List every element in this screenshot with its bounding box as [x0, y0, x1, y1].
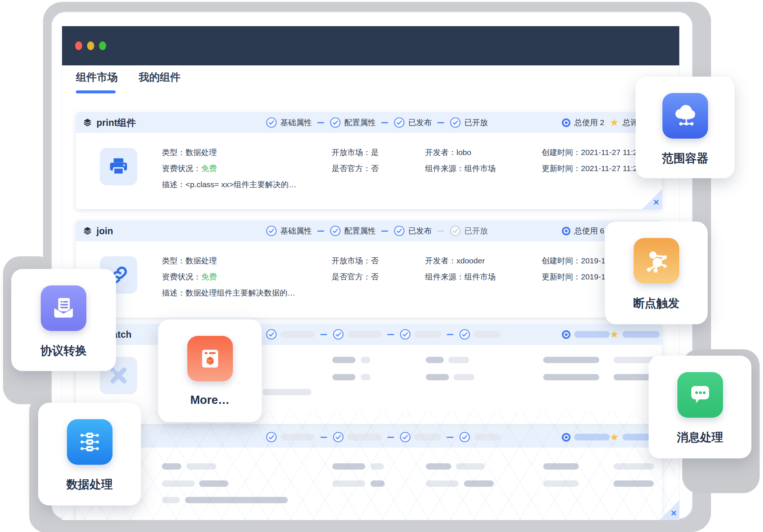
check-circle-icon [394, 225, 405, 236]
field-developer-value: xdooder [456, 256, 485, 265]
close-traffic-light[interactable] [75, 41, 82, 50]
card-title: join [96, 226, 113, 236]
field-official-value: 否 [371, 164, 379, 173]
skeleton-pill [162, 463, 181, 470]
status-steps-skeleton [266, 324, 501, 345]
floating-chip-data-processing[interactable]: 数据处理 [38, 403, 141, 505]
field-open-value: 是 [371, 148, 379, 157]
usage-badge-skeleton [562, 324, 610, 345]
skeleton-pill [332, 480, 365, 487]
usage-badge: 总使用 2 [562, 112, 604, 133]
chip-label: 范围容器 [662, 151, 708, 166]
chip-label: 断点触发 [633, 296, 680, 311]
check-circle-icon [333, 329, 344, 340]
field-fee-label: 资费状况： [162, 164, 201, 173]
skeleton-pill [622, 331, 660, 338]
skeleton-pill [543, 480, 579, 487]
field-created-label: 创建时间： [542, 148, 581, 157]
skeleton-pill [370, 463, 384, 470]
star-icon: ★ [610, 330, 619, 340]
skeleton-pill [453, 374, 474, 380]
page: 组件市场 我的组件 print组件 基础属性 [0, 0, 763, 532]
skeleton-pill [347, 331, 382, 338]
field-developer-value: lobo [456, 148, 471, 157]
status-steps: 基础属性 配置属性 已发布 已开放 [266, 112, 488, 133]
field-source-label: 组件来源： [425, 272, 464, 281]
step-published: 已发布 [408, 117, 432, 128]
floating-chip-range-container[interactable]: 范围容器 [636, 77, 735, 178]
check-circle-icon [266, 225, 277, 236]
component-card-join[interactable]: join 基础属性 配置属性 已发布 已开放 总使用 [76, 220, 662, 318]
star-icon: ★ [610, 118, 619, 128]
window-dismiss-corner[interactable]: × [659, 500, 680, 520]
step-basic-props: 基础属性 [280, 117, 312, 128]
field-type-label: 类型： [162, 256, 185, 265]
skeleton-pill [474, 331, 501, 338]
field-source-value: 组件市场 [464, 272, 496, 281]
step-config-props: 配置属性 [344, 117, 376, 128]
main-tabs: 组件市场 我的组件 [76, 70, 181, 93]
floating-chip-more[interactable]: More… [158, 319, 262, 422]
skeleton-pill [347, 434, 382, 440]
skeleton-pill [474, 434, 501, 440]
field-open-label: 开放市场： [332, 256, 371, 265]
layers-icon [83, 226, 92, 236]
skeleton-pill [574, 434, 610, 440]
component-card-skeleton[interactable]: ★ [76, 427, 662, 520]
skeleton-pill [456, 463, 485, 470]
field-fee-value: 免费 [201, 164, 217, 173]
skeleton-pill [426, 463, 451, 470]
step-published: 已发布 [408, 226, 432, 236]
step-basic-props: 基础属性 [280, 226, 312, 236]
skeleton-pill [280, 331, 315, 338]
maximize-traffic-light[interactable] [99, 41, 106, 50]
tab-my-components[interactable]: 我的组件 [139, 70, 181, 93]
field-created-label: 创建时间： [542, 256, 581, 265]
check-circle-icon [266, 117, 277, 128]
layers-icon [83, 118, 92, 127]
skeleton-pill [574, 331, 610, 338]
field-fee-label: 资费状况： [162, 272, 201, 281]
data-mapping-icon [67, 419, 113, 465]
component-card-print[interactable]: print组件 基础属性 配置属性 已发布 已开放 [76, 112, 662, 209]
printer-icon [100, 148, 137, 185]
floating-chip-breakpoint-trigger[interactable]: 断点触发 [605, 222, 708, 324]
skeleton-pill [414, 434, 441, 440]
floating-chip-protocol-conversion[interactable]: 协议转换 [11, 269, 116, 371]
step-connector [437, 122, 444, 123]
app-window: 组件市场 我的组件 print组件 基础属性 [62, 26, 680, 520]
field-source-value: 组件市场 [464, 164, 496, 173]
field-developer-label: 开发者： [425, 256, 456, 265]
check-circle-icon [330, 225, 341, 236]
card-dismiss-corner[interactable]: × [642, 189, 662, 209]
skeleton-pill [361, 374, 370, 380]
field-desc-value: <p.class= xx>组件主要解决的… [185, 180, 296, 189]
inbox-document-icon [41, 285, 86, 331]
minimize-traffic-light[interactable] [87, 41, 94, 50]
usage-badge-skeleton [562, 427, 610, 448]
card-header: join 基础属性 配置属性 已发布 已开放 总使用 [76, 220, 662, 241]
field-created-value: 2021-11-27 11:2 [581, 148, 637, 157]
card-header: print组件 基础属性 配置属性 已发布 已开放 [76, 112, 662, 133]
check-circle-icon-pending [450, 225, 461, 236]
check-circle-icon [266, 329, 277, 340]
molecule-icon [634, 238, 679, 284]
step-connector [387, 334, 394, 335]
tab-component-market[interactable]: 组件市场 [76, 70, 118, 93]
status-steps: 基础属性 配置属性 已发布 已开放 [266, 220, 488, 241]
skeleton-pill [426, 374, 449, 380]
chat-dots-icon [677, 372, 723, 418]
field-created-value: 2019-1 [581, 256, 605, 265]
floating-chip-message-processing[interactable]: 消息处理 [649, 356, 751, 458]
check-circle-icon [400, 329, 411, 340]
skeleton-pill [414, 331, 441, 338]
field-desc-value: 数据处理组件主要解决数据的… [185, 288, 295, 297]
check-circle-icon [330, 117, 341, 128]
step-connector [387, 437, 394, 438]
check-circle-icon [400, 432, 411, 443]
check-circle-icon [333, 432, 344, 443]
skeleton-pill [464, 480, 494, 487]
field-official-label: 是否官方： [332, 272, 371, 281]
skeleton-pill [361, 357, 370, 363]
step-connector [447, 334, 453, 335]
